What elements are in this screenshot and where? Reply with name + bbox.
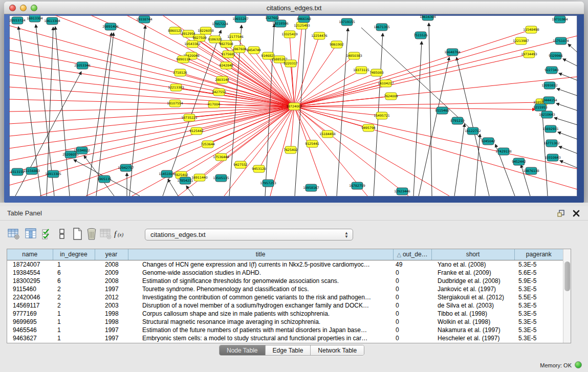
graph-node[interactable]: 17957253 [260,180,276,187]
graph-node[interactable]: 9227343 [545,67,559,74]
graph-node[interactable]: 12177546 [227,33,244,40]
table-cell[interactable]: 1 [53,310,95,318]
graph-node[interactable]: 12923446 [394,188,410,195]
table-cell[interactable]: 2008 [95,260,128,269]
table-cell[interactable]: Nakamura et al. (1997) [431,326,514,334]
graph-node[interactable]: 19731984 [552,16,568,23]
table-cell[interactable]: 22420046 [7,293,53,301]
graph-node[interactable]: 18226058 [198,27,214,34]
graph-node[interactable]: 15751074 [553,37,569,45]
table-cell[interactable]: 5.3E-5 [514,260,563,269]
graph-node[interactable]: 7624009 [384,93,398,100]
table-cell[interactable]: 5.5E-5 [514,293,563,301]
table-row[interactable]: 977716911998Corpus callosum shape and si… [7,310,563,318]
graph-node[interactable]: 21053346 [74,62,91,69]
graph-node[interactable]: 15495721 [374,112,390,119]
graph-node[interactable]: 16913304 [27,15,43,22]
table-row[interactable]: 1456911722003Disruption of a novel membe… [7,301,563,310]
graph-node[interactable]: 17957224 [212,20,228,28]
graph-node[interactable]: 9453120 [252,165,266,172]
network-canvas[interactable]: 8860123891295418226058982750910543382818… [9,15,577,196]
graph-node[interactable]: 9125442 [189,127,204,135]
graph-node[interactable]: 10543382 [184,40,201,48]
graph-node[interactable]: 17536444 [213,154,229,161]
table-cell[interactable]: 2 [53,293,95,301]
graph-node[interactable]: 8427552 [212,89,226,96]
table-cell[interactable]: 19384554 [7,269,53,277]
close-panel-button[interactable] [572,209,581,218]
graph-node[interactable]: 11548498 [523,26,539,33]
tab-node-table[interactable]: Node Table [220,345,266,355]
graph-node[interactable]: 19734493 [521,51,537,58]
graph-node[interactable]: 9175685 [221,51,235,58]
graph-edge[interactable] [419,57,449,196]
graph-edge[interactable] [557,89,577,96]
table-cell[interactable]: 2012 [95,293,128,301]
column-header-out_de[interactable]: △out_de… [393,249,431,260]
table-cell[interactable]: 5.3E-5 [514,318,563,326]
graph-edge[interactable] [180,73,294,106]
graph-node[interactable]: 16122712 [465,127,481,135]
table-cell[interactable]: 1997 [95,326,128,334]
graph-node[interactable]: 17429138 [495,148,512,155]
table-cell[interactable]: 9463627 [7,334,53,342]
graph-node[interactable]: 16911440 [191,174,208,181]
table-cell[interactable]: 1 [53,260,95,269]
graph-edge[interactable] [226,65,294,106]
table-row[interactable]: 969969511998Structural magnetic resonanc… [7,318,563,326]
graph-edge[interactable] [188,34,294,106]
graph-edge[interactable] [294,106,408,196]
graph-node[interactable]: 14671355 [374,24,390,31]
graph-node[interactable]: 10655287 [232,15,249,23]
column-header-short[interactable]: short [431,249,514,260]
graph-node[interactable]: 8220317 [284,60,298,67]
graph-node[interactable]: 10310643 [545,154,561,161]
graph-edge[interactable] [563,59,577,66]
graph-node[interactable]: 2867608 [232,46,247,53]
graph-node[interactable]: 15692931 [542,125,559,133]
table-row[interactable]: 1872400712008Changes of HCN gene express… [7,260,563,269]
graph-node[interactable]: 13325419 [281,31,298,38]
table-cell[interactable]: 2 [53,301,95,310]
graph-node[interactable]: 9452442 [512,158,526,165]
graph-node[interactable]: 5905135 [97,176,112,183]
panel-splitter[interactable] [0,203,588,206]
table-cell[interactable]: Dudbridge et al. (2008) [431,277,514,285]
graph-edge[interactable] [294,106,535,110]
table-cell[interactable]: de Silva et al. (2003) [431,301,514,310]
table-cell[interactable]: 5.9E-5 [514,277,563,285]
table-cell[interactable]: 2008 [95,277,128,285]
table-cell[interactable]: 0 [393,269,431,277]
table-cell[interactable]: Embryonic stem cells: a model to study s… [128,334,393,342]
graph-node[interactable]: 16771302 [543,140,560,147]
graph-edge[interactable] [294,106,368,128]
memory-status-indicator[interactable] [575,361,582,368]
graph-edge[interactable] [568,44,577,52]
show-columns-button[interactable] [23,226,38,243]
window-titlebar[interactable]: citations_edges.txt [4,2,584,14]
table-cell[interactable]: Changes of HCN gene expression and I(f) … [128,260,393,269]
table-cell[interactable]: 14569117 [7,301,53,310]
table-cell[interactable]: 1998 [95,318,128,326]
graph-node[interactable]: 18724007 [286,103,302,110]
table-cell[interactable]: Estimation of significance thresholds fo… [128,277,393,285]
table-row[interactable]: 946554611997Estimation of the future num… [7,326,563,334]
table-cell[interactable]: 1997 [95,334,128,342]
graph-node[interactable]: 20553724 [9,17,26,24]
table-cell[interactable]: 9699695 [7,318,53,326]
graph-node[interactable]: 10719155 [339,18,355,26]
graph-edge[interactable] [556,103,577,111]
graph-node[interactable]: 20891406 [102,23,119,30]
graph-node[interactable]: 9861902 [330,41,344,48]
graph-edge[interactable] [186,186,193,196]
graph-node[interactable]: 8466160 [297,15,311,23]
network-view[interactable]: 8860123891295418226058982750910543382818… [9,15,577,196]
table-cell[interactable]: 1 [53,318,95,326]
graph-edge[interactable] [558,132,577,139]
graph-edge[interactable] [96,33,114,196]
graph-edge[interactable] [454,124,465,196]
graph-node[interactable]: 8215953 [533,104,548,111]
graph-node[interactable]: 13505135 [213,174,229,182]
graph-edge[interactable] [294,73,377,106]
table-cell[interactable]: Jankovic et al. (1997) [431,285,514,293]
